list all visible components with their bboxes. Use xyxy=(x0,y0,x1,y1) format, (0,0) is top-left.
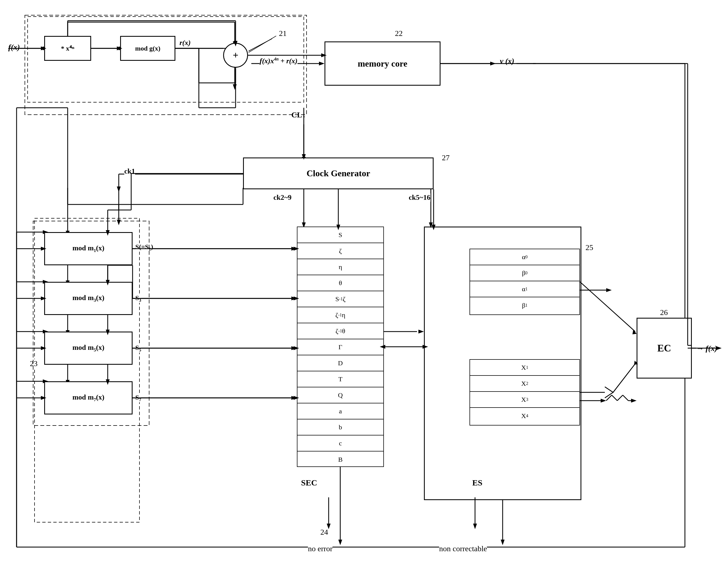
fx-output-label: → f(x) xyxy=(696,344,717,353)
num25: 25 xyxy=(586,243,593,252)
svg-line-73 xyxy=(612,395,617,401)
fx-sum-label: f(x)x4n + r(x) xyxy=(260,57,297,65)
sec-cell-S: S xyxy=(297,227,383,243)
mod-m3x-block: mod m3(x) xyxy=(44,282,133,315)
svg-line-72 xyxy=(606,395,612,401)
sec-cell-c: c xyxy=(297,435,383,452)
svg-marker-15 xyxy=(319,61,324,66)
no-error-label: no error xyxy=(308,544,333,553)
sec-cell-b: b xyxy=(297,420,383,435)
svg-line-13 xyxy=(249,36,276,52)
svg-marker-39 xyxy=(291,247,297,251)
adder-circle: + xyxy=(223,43,248,68)
svg-marker-77 xyxy=(631,399,636,403)
svg-marker-84 xyxy=(117,186,121,192)
svg-line-158 xyxy=(249,39,272,51)
sec-cell-B: B xyxy=(297,452,383,467)
svg-marker-30 xyxy=(117,220,121,225)
mod-m7x-block: mod m7(x) xyxy=(44,381,133,414)
svg-marker-43 xyxy=(291,297,297,300)
svg-marker-146 xyxy=(501,540,504,545)
svg-line-150 xyxy=(580,282,635,332)
clock-gen-block: Clock Generator xyxy=(243,157,434,189)
svg-line-153 xyxy=(613,362,636,392)
svg-marker-67 xyxy=(418,330,424,333)
svg-marker-51 xyxy=(291,396,297,400)
s5-label: S5 xyxy=(135,344,141,353)
non-correctable-label: non correctable xyxy=(439,544,487,553)
sec-cell-s-inv-zeta: S-1ζ xyxy=(297,291,383,307)
sec-cell-a: a xyxy=(297,403,383,420)
rx-label: r(x) xyxy=(180,39,190,47)
svg-marker-151 xyxy=(632,330,636,334)
svg-marker-144 xyxy=(338,540,342,545)
svg-marker-17 xyxy=(490,61,496,66)
sec-cell-eta: η xyxy=(297,259,383,275)
svg-line-74 xyxy=(617,395,623,401)
sec-cell-gamma: Γ xyxy=(297,339,383,355)
num26: 26 xyxy=(660,308,668,317)
sec-cell-theta: θ xyxy=(297,275,383,291)
svg-line-75 xyxy=(623,395,628,401)
svg-marker-47 xyxy=(291,346,297,350)
es-label: ES xyxy=(472,478,483,487)
num23: 23 xyxy=(30,359,37,368)
num22: 22 xyxy=(395,29,403,38)
sec-cell-T: T xyxy=(297,371,383,387)
mod-gx-block: mod g(x) xyxy=(120,36,175,61)
x4n-block: * x⁴ⁿ xyxy=(44,36,91,61)
s3-label: S3 xyxy=(135,294,141,303)
svg-marker-69 xyxy=(606,288,612,292)
svg-marker-71 xyxy=(601,399,606,403)
sec-cell-D: D xyxy=(297,355,383,371)
sec-cell-zeta-inv-eta: ζ-1η xyxy=(297,307,383,323)
s1-label: S(=S1) xyxy=(135,243,153,252)
s7-label: S7 xyxy=(135,394,141,402)
ck1-label: ck1 xyxy=(124,167,135,175)
svg-marker-8 xyxy=(233,84,237,90)
memory-core-block: memory core xyxy=(324,42,441,86)
diagram: f(x) * x⁴ⁿ mod g(x) r(x) 21 + f(x)x4n + … xyxy=(0,0,728,583)
ck2-9-label: ck2~9 xyxy=(274,194,292,202)
sec-block: S ζ η θ S-1ζ ζ-1η ζ-1θ Γ D T Q a b c B xyxy=(297,227,384,467)
svg-marker-64 xyxy=(473,524,477,529)
ec-block: EC xyxy=(636,318,692,379)
es-outer-block xyxy=(424,227,581,500)
cl-label: CL↓ xyxy=(291,110,306,119)
sec-label: SEC xyxy=(301,478,317,487)
sec-cell-Q: Q xyxy=(297,387,383,403)
mod-m5x-block: mod m5(x) xyxy=(44,332,133,365)
mod-m1x-block: mod m1(x) xyxy=(44,232,133,265)
sec-cell-zeta: ζ xyxy=(297,243,383,259)
ck5-16-label: ck5~16 xyxy=(409,194,431,202)
num24: 24 xyxy=(320,528,328,537)
num27: 27 xyxy=(442,153,450,162)
vx-label: ν (x) xyxy=(500,57,514,66)
num21: 21 xyxy=(279,29,287,38)
fx-input-label: f(x) xyxy=(8,43,20,52)
sec-cell-zeta-inv-theta: ζ-1θ xyxy=(297,323,383,339)
